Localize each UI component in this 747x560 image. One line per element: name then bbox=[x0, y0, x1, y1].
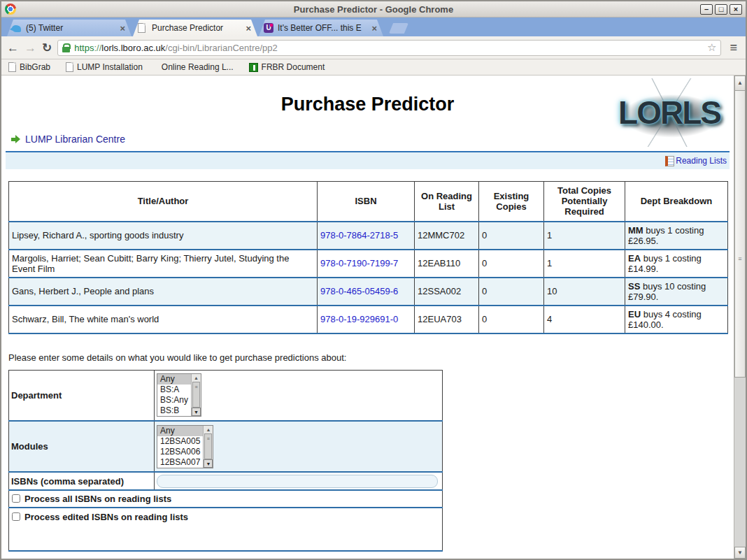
maximize-button[interactable]: □ bbox=[715, 4, 727, 15]
reading-lists-link[interactable]: Reading Lists bbox=[665, 156, 727, 166]
scroll-down-icon[interactable]: ▼ bbox=[204, 459, 213, 468]
page-icon bbox=[8, 62, 16, 72]
modules-listbox[interactable]: Any 12BSA005 12BSA006 12BSA007 bbox=[157, 425, 213, 468]
forward-button[interactable]: → bbox=[24, 42, 36, 54]
column-header: Dept Breakdown bbox=[625, 182, 728, 222]
module-option[interactable]: 12BSA005 bbox=[157, 436, 203, 447]
isbns-row: ISBNs (comma separated) bbox=[9, 472, 443, 490]
tab-strip: U (5) Twitter × U Purchase Predictor × bbox=[1, 17, 746, 36]
navigation-toolbar: ← → ↻ https://lorls.lboro.ac.uk/cgi-bin/… bbox=[1, 36, 746, 59]
title-author-cell: Schwarz, Bill, The white man's world bbox=[9, 306, 318, 333]
bookmark-label: LUMP Installation bbox=[77, 62, 143, 72]
scroll-thumb[interactable]: ≡ bbox=[192, 382, 200, 408]
department-option[interactable]: Any bbox=[157, 374, 191, 385]
department-listbox[interactable]: Any BS:A BS:Any BS:B bbox=[157, 373, 201, 417]
window-title: Purchase Predictor - Google Chrome bbox=[1, 4, 746, 15]
department-option[interactable]: BS:A bbox=[157, 385, 191, 395]
tab-close-icon[interactable]: × bbox=[370, 23, 378, 34]
chrome-menu-icon[interactable]: ≡ bbox=[727, 41, 740, 55]
browser-tab[interactable]: U Purchase Predictor × bbox=[133, 20, 257, 36]
process-edited-checkbox[interactable] bbox=[12, 512, 20, 521]
padlock-icon[interactable] bbox=[62, 47, 70, 52]
dept-breakdown-cell: SS buys 10 costing £79.90. bbox=[625, 278, 728, 306]
scroll-down-icon[interactable]: ▼ bbox=[192, 408, 201, 416]
table-row: Lipsey, Richard A., sporting goods indus… bbox=[9, 222, 728, 250]
department-option[interactable]: BS:Any bbox=[157, 395, 191, 405]
prediction-form: Department Any BS:A BS:Any bbox=[8, 370, 443, 552]
dept-code: SS bbox=[628, 281, 640, 292]
form-intro-text: Please enter some details on what you wo… bbox=[8, 352, 734, 363]
lump-librarian-centre-link[interactable]: LUMP Librarian Centre bbox=[25, 134, 125, 145]
page-scrollbar[interactable]: ▲ ≡ ▼ bbox=[734, 76, 746, 559]
tab-label: (5) Twitter bbox=[26, 23, 118, 33]
uswitch-icon: U bbox=[264, 23, 273, 33]
process-all-row: Process all ISBNs on reading lists bbox=[9, 490, 443, 508]
listbox-scrollbar[interactable]: ▲ ≡ ▼ bbox=[203, 426, 213, 468]
module-option[interactable]: Any bbox=[157, 426, 203, 436]
reload-button[interactable]: ↻ bbox=[42, 42, 52, 54]
tab-favicon: U bbox=[264, 23, 274, 34]
close-button[interactable]: × bbox=[730, 4, 742, 15]
on-reading-list-cell: 12EUA703 bbox=[415, 306, 479, 333]
column-header: Existing Copies bbox=[479, 182, 544, 222]
isbn-link[interactable]: 978-0-7190-7199-7 bbox=[320, 258, 398, 268]
department-option[interactable]: BS:B bbox=[157, 405, 191, 416]
lorls-logo: LORLS bbox=[611, 78, 728, 147]
bookmark-item[interactable]: BibGrab bbox=[8, 62, 50, 72]
isbn-link[interactable]: 978-0-465-05459-6 bbox=[320, 286, 398, 296]
tab-close-icon[interactable]: × bbox=[244, 23, 252, 34]
window-controls: – □ × bbox=[700, 4, 746, 15]
scroll-down-button[interactable]: ▼ bbox=[734, 547, 746, 559]
modules-row: Modules Any 12BSA005 12BSA006 bbox=[9, 421, 443, 472]
bookmarks-bar: BibGrab LUMP Installation Online Reading… bbox=[1, 59, 746, 76]
tab-close-icon[interactable]: × bbox=[118, 23, 127, 34]
on-reading-list-cell: 12EAB110 bbox=[415, 250, 479, 278]
bookmark-item[interactable]: FRBR Document bbox=[249, 62, 325, 72]
browser-tab[interactable]: U It's Better OFF... this E × bbox=[259, 20, 383, 36]
dept-code: EU bbox=[628, 309, 641, 320]
scrollbar-thumb[interactable]: ≡ bbox=[734, 91, 746, 378]
browser-tab[interactable]: U (5) Twitter × bbox=[7, 20, 131, 36]
table-header-row: Title/Author ISBN On Reading List Existi… bbox=[9, 182, 728, 222]
module-option[interactable]: 12BSA007 bbox=[157, 457, 203, 468]
address-bar[interactable]: https://lorls.lboro.ac.uk/cgi-bin/Librar… bbox=[57, 40, 721, 56]
existing-copies-cell: 0 bbox=[479, 250, 544, 278]
scroll-up-icon[interactable]: ▲ bbox=[192, 374, 201, 382]
page-icon bbox=[138, 23, 145, 33]
dept-code: MM bbox=[628, 225, 643, 236]
bookmark-item[interactable]: Online Reading L... bbox=[158, 62, 234, 72]
browser-viewport: LORLS Purchase Predictor LUMP Librarian … bbox=[1, 76, 746, 559]
isbns-label: ISBNs (comma separated) bbox=[9, 472, 155, 490]
existing-copies-cell: 0 bbox=[479, 222, 544, 250]
process-all-label: Process all ISBNs on reading lists bbox=[24, 494, 171, 504]
page-body: LORLS Purchase Predictor LUMP Librarian … bbox=[1, 76, 734, 559]
isbns-input[interactable] bbox=[157, 475, 438, 488]
tab-label: It's Better OFF... this E bbox=[278, 23, 370, 33]
new-tab-button[interactable] bbox=[389, 23, 408, 34]
bookmark-star-icon[interactable]: ☆ bbox=[707, 41, 716, 54]
url-text[interactable]: https://lorls.lboro.ac.uk/cgi-bin/Librar… bbox=[74, 43, 703, 53]
scroll-thumb[interactable]: ≡ bbox=[204, 433, 212, 459]
total-copies-cell: 4 bbox=[544, 306, 625, 333]
isbn-link[interactable]: 978-0-19-929691-0 bbox=[320, 314, 398, 324]
bookmark-label: Online Reading L... bbox=[162, 62, 234, 72]
url-scheme: https bbox=[74, 43, 94, 53]
scroll-up-icon[interactable]: ▲ bbox=[204, 426, 213, 433]
bookmark-item[interactable]: LUMP Installation bbox=[66, 62, 143, 72]
isbn-link[interactable]: 978-0-7864-2718-5 bbox=[320, 230, 398, 240]
bookmark-favicon bbox=[249, 63, 258, 72]
tab-favicon: U bbox=[138, 23, 148, 34]
back-button[interactable]: ← bbox=[7, 42, 19, 54]
dept-breakdown-cell: EA buys 1 costing £14.99. bbox=[625, 250, 728, 278]
listbox-scrollbar[interactable]: ▲ ≡ ▼ bbox=[191, 374, 201, 416]
process-all-checkbox[interactable] bbox=[12, 494, 20, 503]
scroll-up-button[interactable]: ▲ bbox=[734, 76, 746, 91]
existing-copies-cell: 0 bbox=[479, 278, 544, 306]
minimize-button[interactable]: – bbox=[700, 4, 713, 15]
column-header: Title/Author bbox=[9, 182, 318, 222]
notepad-icon bbox=[665, 156, 674, 166]
predictions-table: Title/Author ISBN On Reading List Existi… bbox=[8, 181, 728, 334]
module-option[interactable]: 12BSA006 bbox=[157, 447, 203, 457]
on-reading-list-cell: 12MMC702 bbox=[415, 222, 479, 250]
table-row: Margolis, Harriet; Sean Cubitt; Barry Ki… bbox=[9, 250, 728, 278]
